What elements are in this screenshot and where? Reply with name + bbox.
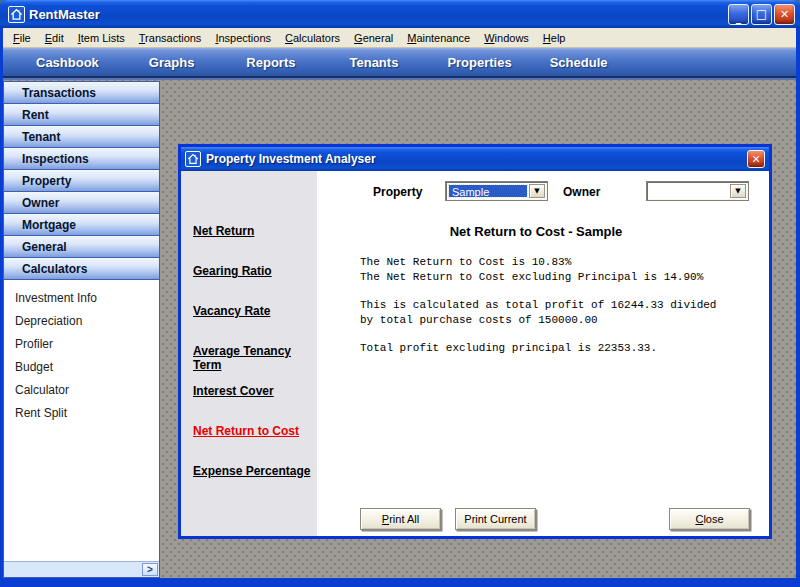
menu-item-maintenance[interactable]: Maintenance bbox=[400, 30, 477, 46]
content-line: The Net Return to Cost excluding Princip… bbox=[360, 270, 761, 285]
close-button[interactable]: Close bbox=[669, 508, 750, 530]
dialog-nav-interest-cover[interactable]: Interest Cover bbox=[181, 384, 317, 424]
sidebar-button-owner[interactable]: Owner bbox=[4, 192, 159, 214]
window-title: RentMaster bbox=[29, 7, 100, 22]
sidebar-button-property[interactable]: Property bbox=[4, 170, 159, 192]
menu-item-item-lists[interactable]: Item Lists bbox=[71, 30, 132, 46]
content-line: Total profit excluding principal is 2235… bbox=[360, 341, 761, 356]
menu-item-general[interactable]: General bbox=[347, 30, 400, 46]
dialog-nav-vacancy-rate[interactable]: Vacancy Rate bbox=[181, 304, 317, 344]
menu-item-inspections[interactable]: Inspections bbox=[208, 30, 278, 46]
sidebar-item-calculator[interactable]: Calculator bbox=[4, 379, 159, 402]
toolbar-properties[interactable]: Properties bbox=[447, 55, 511, 70]
content-line: The Net Return to Cost is 10.83% bbox=[360, 255, 761, 270]
sidebar-button-calculators[interactable]: Calculators bbox=[4, 258, 159, 280]
owner-label: Owner bbox=[563, 185, 600, 199]
sidebar-bottom-bar: > bbox=[4, 561, 159, 577]
menu-bar: FileEditItem ListsTransactionsInspection… bbox=[3, 28, 796, 48]
sidebar-item-rent-split[interactable]: Rent Split bbox=[4, 402, 159, 425]
property-investment-analyser-dialog: Property Investment Analyser ✕ Net Retur… bbox=[178, 144, 772, 539]
mdi-background: TransactionsRentTenantInspectionsPropert… bbox=[3, 78, 796, 578]
title-bar: RentMaster _ □ ✕ bbox=[0, 0, 800, 28]
content-paragraph: Total profit excluding principal is 2235… bbox=[360, 341, 761, 356]
sidebar-button-rent[interactable]: Rent bbox=[4, 104, 159, 126]
toolbar-graphs[interactable]: Graphs bbox=[149, 55, 195, 70]
print-all-button[interactable]: Print All bbox=[360, 508, 441, 530]
property-label: Property bbox=[373, 185, 422, 199]
menu-item-calculators[interactable]: Calculators bbox=[278, 30, 347, 46]
property-combobox[interactable]: Sample ▼ bbox=[445, 181, 548, 201]
sidebar-scroll-right-button[interactable]: > bbox=[142, 563, 158, 576]
sidebar-button-tenant[interactable]: Tenant bbox=[4, 126, 159, 148]
owner-combobox[interactable]: ▼ bbox=[646, 181, 749, 201]
combo-dropdown-button[interactable]: ▼ bbox=[529, 184, 545, 198]
chevron-down-icon: ▼ bbox=[534, 187, 539, 195]
dialog-nav-net-return-to-cost[interactable]: Net Return to Cost bbox=[181, 424, 317, 464]
menu-item-edit[interactable]: Edit bbox=[38, 30, 71, 46]
sidebar: TransactionsRentTenantInspectionsPropert… bbox=[3, 81, 160, 578]
close-icon: ✕ bbox=[780, 8, 789, 21]
combo-dropdown-button[interactable]: ▼ bbox=[730, 184, 746, 198]
toolbar-schedule[interactable]: Schedule bbox=[550, 55, 608, 70]
maximize-button[interactable]: □ bbox=[751, 4, 772, 25]
content-paragraph: This is calculated as total profit of 16… bbox=[360, 298, 761, 328]
dialog-nav-average-tenancy-term[interactable]: Average Tenancy Term bbox=[181, 344, 317, 384]
content-line: by total purchase costs of 150000.00 bbox=[360, 313, 761, 328]
minimize-icon: _ bbox=[736, 12, 741, 24]
dialog-house-icon bbox=[185, 151, 201, 167]
chevron-down-icon: ▼ bbox=[735, 187, 740, 195]
sidebar-item-investment-info[interactable]: Investment Info bbox=[4, 287, 159, 310]
app-house-icon bbox=[8, 6, 25, 23]
sidebar-item-budget[interactable]: Budget bbox=[4, 356, 159, 379]
maximize-icon: □ bbox=[756, 7, 767, 21]
sidebar-button-group: TransactionsRentTenantInspectionsPropert… bbox=[4, 82, 159, 280]
dialog-title-bar: Property Investment Analyser ✕ bbox=[181, 147, 769, 171]
sidebar-button-transactions[interactable]: Transactions bbox=[4, 82, 159, 104]
window-controls: _ □ ✕ bbox=[728, 4, 795, 25]
sidebar-item-profiler[interactable]: Profiler bbox=[4, 333, 159, 356]
toolbar-reports[interactable]: Reports bbox=[246, 55, 295, 70]
menu-item-help[interactable]: Help bbox=[536, 30, 573, 46]
dialog-nav: Net ReturnGearing RatioVacancy RateAvera… bbox=[181, 171, 317, 504]
sidebar-button-inspections[interactable]: Inspections bbox=[4, 148, 159, 170]
dialog-nav-expense-percentage[interactable]: Expense Percentage bbox=[181, 464, 317, 504]
print-current-button[interactable]: Print Current bbox=[455, 508, 536, 530]
dialog-close-button[interactable]: ✕ bbox=[747, 150, 765, 168]
sidebar-button-general[interactable]: General bbox=[4, 236, 159, 258]
dialog-nav-gearing-ratio[interactable]: Gearing Ratio bbox=[181, 264, 317, 304]
dialog-nav-net-return[interactable]: Net Return bbox=[181, 224, 317, 264]
report-heading: Net Return to Cost - Sample bbox=[317, 224, 755, 239]
main-toolbar: CashbookGraphsReportsTenantsPropertiesSc… bbox=[3, 48, 796, 78]
sidebar-list: Investment InfoDepreciationProfilerBudge… bbox=[4, 280, 159, 425]
toolbar-cashbook[interactable]: Cashbook bbox=[36, 55, 99, 70]
menu-item-transactions[interactable]: Transactions bbox=[132, 30, 209, 46]
sidebar-item-depreciation[interactable]: Depreciation bbox=[4, 310, 159, 333]
report-text: The Net Return to Cost is 10.83%The Net … bbox=[360, 255, 761, 369]
owner-selected-value bbox=[650, 185, 728, 197]
app-window: RentMaster _ □ ✕ FileEditItem ListsTrans… bbox=[0, 0, 800, 587]
menu-item-file[interactable]: File bbox=[6, 30, 38, 46]
minimize-button[interactable]: _ bbox=[728, 4, 749, 25]
toolbar-tenants[interactable]: Tenants bbox=[349, 55, 398, 70]
dialog-title: Property Investment Analyser bbox=[206, 152, 376, 166]
content-line: This is calculated as total profit of 16… bbox=[360, 298, 761, 313]
close-icon: ✕ bbox=[751, 153, 760, 166]
content-paragraph: The Net Return to Cost is 10.83%The Net … bbox=[360, 255, 761, 285]
close-window-button[interactable]: ✕ bbox=[774, 4, 795, 25]
dialog-left-pane: Net ReturnGearing RatioVacancy RateAvera… bbox=[181, 171, 317, 536]
dialog-content-pane: Property Sample ▼ Owner ▼ Net Return to … bbox=[317, 171, 769, 536]
menu-item-windows[interactable]: Windows bbox=[477, 30, 536, 46]
property-selected-value: Sample bbox=[449, 185, 527, 197]
sidebar-button-mortgage[interactable]: Mortgage bbox=[4, 214, 159, 236]
dialog-body: Net ReturnGearing RatioVacancy RateAvera… bbox=[181, 171, 769, 536]
